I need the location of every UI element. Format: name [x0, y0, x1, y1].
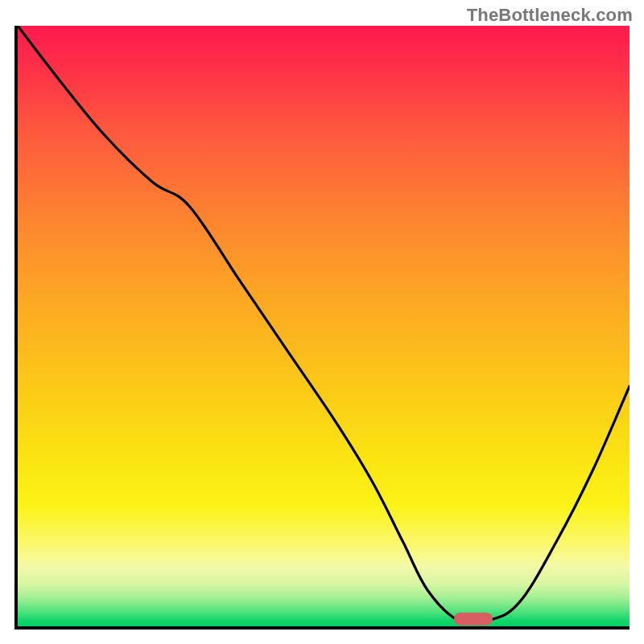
optimal-marker: [454, 613, 493, 625]
bottleneck-chart: TheBottleneck.com: [0, 0, 644, 644]
plot-area: [14, 26, 630, 630]
bottleneck-curve: [18, 26, 630, 626]
watermark-text: TheBottleneck.com: [467, 5, 633, 26]
